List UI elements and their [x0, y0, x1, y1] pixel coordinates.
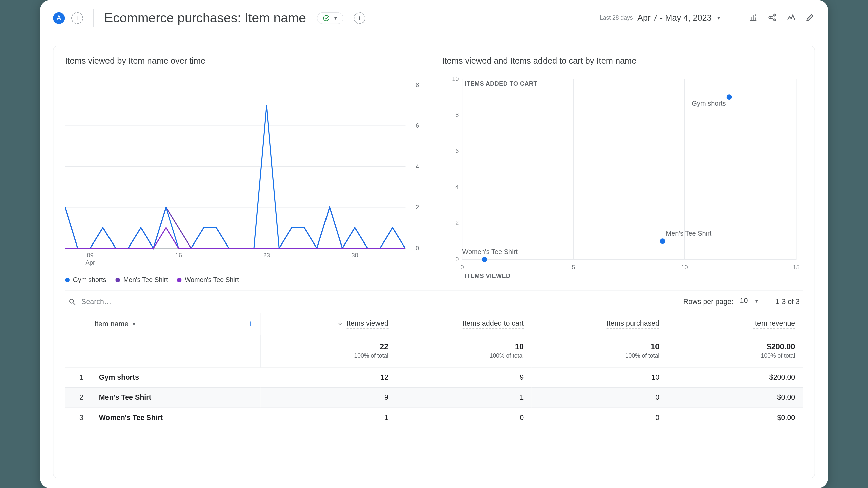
sparkline-icon	[786, 12, 796, 22]
scatter-chart-title: Items viewed and Items added to cart by …	[442, 56, 803, 66]
line-chart[interactable]: 0 2 4 6 8 09 Apr 16 23 30	[65, 72, 426, 268]
rows-per-page-select[interactable]: 10 ▼	[738, 295, 762, 308]
svg-point-7	[792, 14, 794, 15]
search-input[interactable]	[82, 297, 179, 305]
y-tick: 6	[455, 148, 459, 155]
y-tick: 0	[455, 256, 459, 262]
y-tick: 10	[452, 76, 459, 83]
scatter-point[interactable]	[727, 94, 732, 100]
edit-button[interactable]	[805, 12, 815, 23]
insights-button[interactable]	[786, 12, 796, 23]
x-axis-title: ITEMS VIEWED	[465, 272, 510, 279]
share-button[interactable]	[767, 12, 777, 23]
table-row[interactable]: 1 Gym shorts 12 9 10 $200.00	[65, 367, 803, 387]
scatter-point-label: Men's Tee Shirt	[666, 230, 712, 237]
header-actions	[748, 12, 815, 23]
page-title: Ecommerce purchases: Item name	[104, 10, 306, 25]
y-tick: 2	[455, 220, 459, 227]
svg-point-5	[789, 16, 790, 17]
svg-point-2	[769, 16, 771, 18]
header: A Ecommerce purchases: Item name ▼ Last …	[40, 0, 828, 36]
scatter-point[interactable]	[482, 257, 487, 262]
plus-icon	[356, 15, 363, 21]
chevron-down-icon: ▼	[754, 298, 759, 303]
rows-per-page: Rows per page: 10 ▼	[683, 295, 762, 308]
x-tick: 23	[263, 251, 270, 258]
main-panel: Items viewed by Item name over time	[53, 46, 815, 478]
svg-rect-14	[462, 79, 796, 259]
table-row[interactable]: 2 Men's Tee Shirt 9 1 0 $0.00	[65, 387, 803, 407]
legend-item[interactable]: Women's Tee Shirt	[177, 276, 239, 283]
col-header-item-revenue[interactable]: Item revenue	[675, 319, 795, 329]
line-chart-legend: Gym shorts Men's Tee Shirt Women's Tee S…	[65, 276, 426, 283]
share-icon	[767, 12, 777, 22]
col-header-items-viewed[interactable]: Items viewed	[269, 319, 388, 329]
svg-point-3	[774, 14, 776, 16]
chart-icon	[748, 12, 758, 22]
scatter-point[interactable]	[660, 238, 665, 244]
y-tick: 4	[416, 163, 419, 170]
scatter-chart-svg: 10 8 6 4 2 0 0 5 10 15 ITEMS A	[442, 72, 803, 287]
date-range-picker[interactable]: Last 28 days Apr 7 - May 4, 2023 ▼	[599, 13, 721, 23]
x-tick: 30	[351, 251, 358, 258]
series-mens-tee	[65, 207, 405, 248]
col-header-items-added[interactable]: Items added to cart	[404, 319, 524, 329]
arrow-down-icon	[337, 320, 344, 328]
search-field[interactable]	[68, 297, 179, 305]
data-table: Item name ▼ + Items viewed Items added t…	[65, 313, 803, 427]
x-tick: 16	[175, 251, 182, 258]
separator	[93, 9, 94, 27]
chevron-down-icon: ▼	[716, 15, 721, 21]
segment-chip-all-users[interactable]: A	[53, 12, 65, 24]
line-chart-column: Items viewed by Item name over time	[65, 56, 426, 284]
table-toolbar: Rows per page: 10 ▼ 1-3 of 3	[65, 290, 803, 313]
dimension-picker[interactable]: Item name	[94, 320, 128, 328]
series-gym-shorts	[65, 105, 405, 248]
date-range-label: Last 28 days	[599, 14, 633, 21]
line-chart-svg: 0 2 4 6 8 09 Apr 16 23 30	[65, 72, 426, 268]
date-range-value: Apr 7 - May 4, 2023	[637, 13, 712, 23]
y-tick: 2	[416, 203, 419, 210]
svg-point-0	[323, 15, 329, 20]
search-icon	[68, 297, 76, 305]
y-tick: 0	[416, 245, 419, 252]
add-comparison-button[interactable]	[71, 12, 83, 24]
legend-dot-icon	[177, 277, 182, 282]
table-row[interactable]: 3 Women's Tee Shirt 1 0 0 $0.00	[65, 407, 803, 427]
series-womens-tee	[65, 227, 405, 248]
totals-row: 22100% of total 10100% of total 10100% o…	[65, 334, 803, 367]
col-header-items-purchased[interactable]: Items purchased	[539, 319, 659, 329]
add-filter-button[interactable]	[353, 12, 365, 24]
x-tick: 0	[460, 264, 464, 270]
charts-row: Items viewed by Item name over time	[65, 56, 803, 284]
pagination-range: 1-3 of 3	[775, 297, 800, 305]
x-tick: 15	[793, 264, 800, 270]
legend-dot-icon	[65, 277, 70, 282]
svg-point-4	[774, 19, 776, 21]
customize-report-button[interactable]	[748, 12, 758, 23]
y-tick: 8	[455, 112, 459, 119]
pencil-icon	[805, 12, 815, 22]
separator	[732, 9, 732, 27]
scatter-point-label: Women's Tee Shirt	[462, 248, 518, 255]
scatter-point-label: Gym shorts	[692, 100, 726, 107]
y-axis-title: ITEMS ADDED TO CART	[465, 80, 537, 87]
svg-point-21	[70, 299, 74, 303]
svg-line-22	[73, 302, 75, 304]
legend-item[interactable]: Men's Tee Shirt	[116, 276, 168, 283]
y-tick: 4	[455, 184, 459, 191]
scatter-chart[interactable]: 10 8 6 4 2 0 0 5 10 15 ITEMS A	[442, 72, 803, 287]
dimension-header: Item name ▼ +	[65, 313, 260, 334]
status-pill[interactable]: ▼	[317, 12, 343, 24]
rows-per-page-label: Rows per page:	[683, 297, 734, 305]
app-card: A Ecommerce purchases: Item name ▼ Last …	[40, 0, 828, 488]
add-dimension-button[interactable]: +	[248, 318, 254, 329]
y-tick: 6	[416, 122, 419, 129]
legend-item[interactable]: Gym shorts	[65, 276, 106, 283]
chevron-down-icon: ▼	[333, 15, 338, 21]
svg-point-1	[755, 14, 756, 15]
chevron-down-icon: ▼	[131, 321, 136, 327]
plus-icon	[74, 15, 81, 21]
x-tick: 09	[87, 251, 94, 258]
x-tick: 5	[571, 264, 575, 270]
